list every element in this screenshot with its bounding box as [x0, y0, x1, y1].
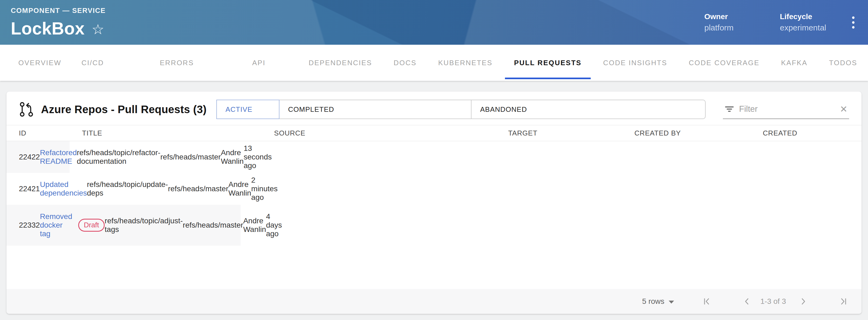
tab[interactable]: PULL REQUESTS [503, 45, 592, 81]
pull-request-icon [19, 102, 34, 117]
tab[interactable]: CODE COVERAGE [678, 45, 770, 81]
tab[interactable]: ERRORS [149, 45, 241, 81]
tab[interactable]: CODE INSIGHTS [592, 45, 678, 81]
filter-field: ✕ [723, 100, 849, 119]
column-header: TARGET [508, 129, 634, 137]
cell-id: 22332 [19, 221, 40, 229]
column-header: CREATED BY [634, 129, 763, 137]
cell-created: 2 minutes ago [251, 176, 278, 202]
cell-source: refs/heads/topic/refactor-documentation [77, 148, 160, 166]
cell-target: refs/heads/master [160, 153, 221, 162]
tab[interactable]: KAFKA [770, 45, 818, 81]
column-header: TITLE [82, 129, 274, 137]
pagination-bar: 5 rows 1-3 of 3 [6, 289, 862, 314]
cell-title: Removed docker tag Draft [40, 212, 105, 238]
cell-source: refs/heads/topic/update-deps [87, 180, 168, 198]
cell-id: 22422 [19, 153, 40, 162]
cell-target: refs/heads/master [168, 184, 228, 193]
table-row: 22332 Removed docker tag Draft refs/head… [6, 205, 241, 246]
cell-source: refs/heads/topic/adjust-tags [105, 217, 183, 234]
clear-filter-icon[interactable]: ✕ [840, 105, 848, 114]
column-header: ID [19, 129, 82, 137]
tab[interactable]: CI/CD [71, 45, 149, 81]
filter-icon [724, 104, 734, 114]
owner-meta: Owner platform [704, 12, 750, 32]
cell-created-by: Andre Wanlin [243, 217, 266, 234]
cell-id: 22421 [19, 184, 40, 193]
empty-space [6, 246, 862, 289]
page-title: LockBox [11, 19, 85, 38]
state-filter-button[interactable]: ABANDONED [471, 100, 706, 119]
owner-label: Owner [704, 12, 750, 21]
cell-target: refs/heads/master [183, 221, 243, 229]
table-row: 22422 Refactored README refs/heads/topic… [6, 141, 70, 173]
table-row: 22421 Updated dependencies refs/heads/to… [6, 173, 198, 205]
cell-title: Updated dependencies [40, 180, 87, 198]
card-title: Azure Repos - Pull Requests (3) [41, 103, 207, 115]
cell-created: 13 seconds ago [244, 144, 272, 170]
state-filter-button[interactable]: ACTIVE [216, 100, 279, 119]
state-filter-button[interactable]: COMPLETED [279, 100, 471, 119]
cell-created-by: Andre Wanlin [221, 148, 244, 166]
pull-requests-card: Azure Repos - Pull Requests (3) ACTIVE C… [6, 92, 862, 314]
last-page-button[interactable] [836, 294, 850, 309]
next-page-button[interactable] [796, 294, 810, 309]
rows-per-page-select[interactable]: 5 rows [642, 297, 674, 306]
lifecycle-value: experimental [780, 23, 826, 32]
first-page-button[interactable] [700, 294, 714, 309]
pr-state-filter: ACTIVE COMPLETED ABANDONED [216, 100, 706, 119]
pr-title-link[interactable]: Updated dependencies [40, 180, 87, 198]
table-body: 22422 Refactored README refs/heads/topic… [6, 141, 862, 246]
column-header: CREATED [763, 129, 854, 137]
draft-badge: Draft [78, 219, 105, 232]
kebab-menu-icon[interactable] [850, 14, 856, 31]
tab[interactable]: OVERVIEW [7, 45, 71, 81]
page-body: Azure Repos - Pull Requests (3) ACTIVE C… [0, 81, 868, 314]
breadcrumb: COMPONENT — SERVICE [11, 6, 106, 15]
lifecycle-label: Lifecycle [780, 12, 826, 21]
rows-per-page-label: 5 rows [642, 297, 664, 306]
lifecycle-meta: Lifecycle experimental [780, 12, 826, 32]
filter-input[interactable] [739, 104, 835, 114]
pr-title-link[interactable]: Refactored README [40, 148, 77, 166]
cell-created: 4 days ago [266, 212, 282, 238]
pr-title-link[interactable]: Removed docker tag [40, 212, 72, 238]
tab[interactable]: KUBERNETES [427, 45, 503, 81]
cell-title: Refactored README [40, 148, 77, 166]
tab[interactable]: DOCS [383, 45, 427, 81]
previous-page-button[interactable] [740, 294, 754, 309]
star-icon[interactable]: ☆ [92, 22, 104, 36]
tab[interactable]: API [241, 45, 298, 81]
pagination-range: 1-3 of 3 [761, 297, 786, 306]
tab[interactable]: TODOS [818, 45, 868, 81]
entity-header: COMPONENT — SERVICE LockBox ☆ Owner plat… [0, 0, 868, 45]
tab-bar: OVERVIEW CI/CD ERRORS API DEPENDENCIES D… [0, 45, 868, 81]
tab[interactable]: DEPENDENCIES [298, 45, 383, 81]
table-header-row: ID TITLE SOURCE TARGET CREATED BY CREATE… [6, 125, 862, 141]
column-header: SOURCE [274, 129, 508, 137]
caret-down-icon [669, 300, 674, 304]
cell-created-by: Andre Wanlin [228, 180, 251, 198]
owner-value: platform [704, 23, 750, 32]
